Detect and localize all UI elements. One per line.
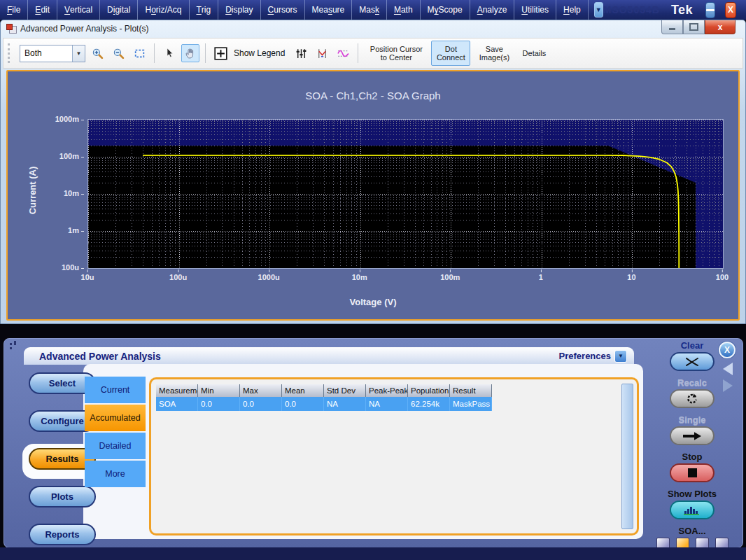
model-watermark: MSO5054B [603, 4, 660, 15]
results-tabs: CurrentAccumulatedDetailedMore [85, 377, 146, 487]
table-cell: NA [324, 397, 366, 411]
pointer-tool-button[interactable] [160, 44, 178, 62]
menu-item[interactable]: Math [387, 0, 421, 20]
soa-label: SOA... [678, 526, 705, 536]
stop-button[interactable] [670, 463, 715, 482]
menu-item[interactable]: Vertical [57, 0, 100, 20]
box-select-button[interactable] [130, 44, 148, 62]
app-close-button[interactable]: X [725, 2, 736, 18]
waveform-settings-button[interactable] [292, 44, 310, 62]
table-cell: SOA [156, 397, 198, 411]
show-legend-label: Show Legend [234, 48, 285, 58]
window-title: Advanced Power Analysis - Plot(s) [20, 24, 148, 34]
dot-connect-button[interactable]: Dot Connect [431, 41, 470, 66]
zoom-in-button[interactable] [88, 44, 106, 62]
toolbar-separator [358, 43, 358, 63]
plot-view-select[interactable]: Both ▼ [20, 45, 85, 62]
details-button[interactable]: Details [518, 41, 550, 66]
chevron-down-icon: ▼ [596, 7, 602, 13]
preferences-control: Preferences ▼ [559, 350, 627, 363]
nav-button[interactable]: Reports [29, 524, 96, 545]
pan-tool-button[interactable] [181, 44, 199, 62]
results-table: MeasurementMinMaxMeanStd DevPeak-PeakPop… [156, 384, 492, 411]
table-cell: 62.254k [408, 397, 450, 411]
toolbar-drag-handle[interactable] [8, 43, 13, 63]
panel-drag-grip[interactable] [10, 343, 12, 345]
preferences-dropdown-button[interactable]: ▼ [614, 350, 627, 363]
y-tick-label: 100u [62, 263, 79, 272]
bottom-strip [0, 547, 746, 560]
waveform-cursors-button[interactable] [334, 44, 352, 62]
table-header-cell[interactable]: Result [450, 384, 492, 397]
position-cursor-button[interactable]: Position Cursor to Center [364, 41, 428, 66]
window-close-button[interactable]: x [705, 20, 736, 34]
app-minimize-button[interactable] [705, 2, 715, 18]
menu-item[interactable]: Horiz/Acq [138, 0, 189, 20]
y-tick-label: 100m [59, 152, 79, 160]
menu-item[interactable]: Analyze [470, 0, 515, 20]
menu-item[interactable]: Mask [352, 0, 387, 20]
menu-item[interactable]: Help [556, 0, 589, 20]
page-left-arrow[interactable] [723, 363, 733, 375]
results-tab[interactable]: Accumulated [85, 405, 146, 431]
chevron-down-icon: ▼ [618, 354, 624, 359]
results-table-box: MeasurementMinMaxMeanStd DevPeak-PeakPop… [149, 377, 639, 536]
screen: FileEditVerticalDigitalHoriz/AcqTrigDisp… [0, 0, 746, 560]
results-panel-title: Advanced Power Analysis [39, 351, 161, 362]
menu-item[interactable]: MyScope [421, 0, 470, 20]
results-tab[interactable]: Detailed [85, 433, 146, 459]
save-images-button[interactable]: Save Image(s) [473, 41, 515, 66]
table-cell: 0.0 [282, 397, 324, 411]
results-tab[interactable]: Current [85, 377, 146, 403]
menu-bar: FileEditVerticalDigitalHoriz/AcqTrigDisp… [0, 0, 746, 20]
table-cell: MaskPass [450, 397, 492, 411]
menu-item[interactable]: Trig [190, 0, 219, 20]
table-header-cell[interactable]: Peak-Peak [366, 384, 408, 397]
histogram-icon [683, 505, 701, 516]
table-header-cell[interactable]: Max [240, 384, 282, 397]
close-icon: X [724, 345, 730, 355]
soa-graph-canvas[interactable] [87, 119, 724, 269]
page-right-arrow[interactable] [723, 379, 733, 392]
y-tick-label: 1000m [55, 115, 79, 123]
sliders-icon [295, 48, 307, 59]
menu-item[interactable]: Utilities [514, 0, 556, 20]
menu-item[interactable]: Cursors [261, 0, 305, 20]
menu-item[interactable]: File [0, 0, 28, 20]
menu-item[interactable]: Digital [100, 0, 138, 20]
vertical-cursors-button[interactable] [313, 44, 331, 62]
plot-window-titlebar[interactable]: Advanced Power Analysis - Plot(s) x [1, 20, 745, 37]
single-button[interactable] [670, 426, 715, 445]
menu-item[interactable]: Display [218, 0, 260, 20]
clear-button[interactable] [670, 352, 715, 371]
minimize-icon [706, 9, 715, 11]
menu-item[interactable]: Measure [305, 0, 353, 20]
show-plots-button[interactable] [670, 500, 715, 519]
chevron-down-icon: ▼ [72, 46, 85, 62]
nav-button[interactable]: Plots [29, 486, 96, 507]
table-header-cell[interactable]: Mean [282, 384, 324, 397]
zoom-out-button[interactable] [109, 44, 127, 62]
x-tick-label: 100 [716, 273, 729, 281]
window-restore-button[interactable] [683, 20, 705, 34]
table-header-cell[interactable]: Std Dev [324, 384, 366, 397]
stop-square-icon [688, 468, 697, 477]
menu-dropdown-button[interactable]: ▼ [594, 2, 603, 18]
menu-items: FileEditVerticalDigitalHoriz/AcqTrigDisp… [0, 0, 589, 20]
close-icon: X [728, 5, 733, 15]
show-plots-label: Show Plots [668, 489, 717, 499]
x-axis-ticks: 10u100u1000u10m100m110100 [87, 269, 722, 283]
plot-view-select-value: Both [20, 48, 72, 58]
panel-close-button[interactable]: X [719, 342, 736, 358]
table-scrollbar[interactable] [621, 384, 633, 529]
table-row[interactable]: SOA0.00.00.0NANA62.254kMaskPass [156, 397, 492, 411]
soa-plot-panel: SOA - Ch1,Ch2 - SOA Graph Current (A) 10… [6, 70, 740, 321]
recalc-button[interactable] [670, 389, 715, 408]
menu-item[interactable]: Edit [28, 0, 57, 20]
show-legend-toggle[interactable] [211, 44, 230, 62]
table-header-cell[interactable]: Min [198, 384, 240, 397]
results-tab[interactable]: More [85, 461, 146, 487]
table-header-cell[interactable]: Measurement [156, 384, 198, 397]
window-minimize-button[interactable] [661, 20, 683, 34]
table-header-cell[interactable]: Population [408, 384, 450, 397]
